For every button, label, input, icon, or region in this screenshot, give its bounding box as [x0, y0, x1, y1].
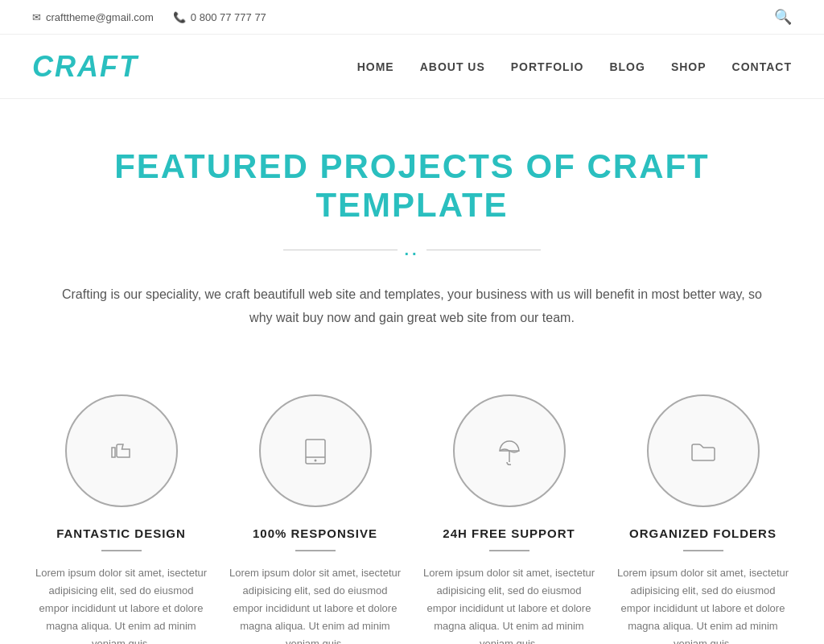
feature-responsive: 100% responsive Lorem ipsum dolor sit am… — [227, 394, 404, 644]
hero-title-pre: FEATURED PROJECTS OF — [114, 147, 587, 185]
hero-section: FEATURED PROJECTS OF CRAFT TEMPLATE .. C… — [0, 99, 824, 362]
email-address: crafttheme@gmail.com — [46, 11, 154, 23]
thumbs-up-icon — [105, 435, 138, 467]
feature-icon-circle-2 — [259, 394, 372, 507]
feature-text-3: Lorem ipsum dolor sit amet, isectetur ad… — [421, 564, 598, 644]
hero-title-brand: CRAFT — [587, 147, 709, 185]
feature-folders: ORGANIZED FOLDERS Lorem ipsum dolor sit … — [615, 394, 792, 644]
header: CRAFT HOME ABOUT US PORTFOLIO BLOG SHOP … — [0, 35, 824, 99]
email-link[interactable]: ✉ crafttheme@gmail.com — [32, 11, 154, 23]
feature-text-4: Lorem ipsum dolor sit amet, isectetur ad… — [615, 564, 792, 644]
phone-number: 0 800 77 777 77 — [191, 11, 266, 23]
umbrella-icon — [493, 435, 525, 467]
feature-title-3: 24h FREE SUPPORT — [421, 526, 598, 540]
divider-dots: .. — [398, 241, 426, 259]
feature-icon-circle-3 — [453, 394, 566, 507]
feature-divider-1 — [101, 550, 142, 551]
search-icon: 🔍 — [774, 9, 792, 25]
tablet-icon — [299, 435, 332, 467]
feature-text-2: Lorem ipsum dolor sit amet, isectetur ad… — [227, 564, 404, 644]
feature-title-4: ORGANIZED FOLDERS — [615, 526, 792, 540]
logo-text: CRAFT — [32, 50, 138, 83]
topbar: ✉ crafttheme@gmail.com 📞 0 800 77 777 77… — [0, 0, 824, 35]
feature-divider-4 — [683, 550, 723, 551]
nav-about[interactable]: ABOUT US — [420, 38, 485, 96]
main-nav: HOME ABOUT US PORTFOLIO BLOG SHOP CONTAC… — [357, 38, 792, 96]
svg-point-1 — [314, 459, 316, 461]
email-icon: ✉ — [32, 11, 41, 23]
feature-icon-circle-1 — [65, 394, 178, 507]
phone-link[interactable]: 📞 0 800 77 777 77 — [173, 11, 266, 23]
feature-title-1: FANTASTIC DESIGN — [33, 526, 210, 540]
feature-fantastic-design: FANTASTIC DESIGN Lorem ipsum dolor sit a… — [33, 394, 210, 644]
hero-title-post: TEMPLATE — [315, 186, 508, 224]
nav-home[interactable]: HOME — [357, 38, 394, 96]
feature-support: 24h FREE SUPPORT Lorem ipsum dolor sit a… — [421, 394, 598, 644]
nav-contact[interactable]: CONTACT — [732, 38, 792, 96]
nav-portfolio[interactable]: PORTFOLIO — [511, 38, 584, 96]
nav-blog[interactable]: BLOG — [609, 38, 645, 96]
hero-title: FEATURED PROJECTS OF CRAFT TEMPLATE — [32, 147, 792, 225]
phone-icon: 📞 — [173, 11, 186, 23]
topbar-contact-info: ✉ crafttheme@gmail.com 📞 0 800 77 777 77 — [32, 11, 266, 23]
feature-divider-3 — [489, 550, 529, 551]
search-button[interactable]: 🔍 — [774, 8, 792, 26]
section-divider: .. — [283, 241, 541, 259]
feature-text-1: Lorem ipsum dolor sit amet, isectetur ad… — [33, 564, 210, 644]
divider-line-left — [283, 250, 398, 250]
divider-line-right — [426, 250, 541, 250]
feature-divider-2 — [295, 550, 336, 551]
hero-description: Crafting is our speciality, we craft bea… — [50, 283, 774, 330]
feature-icon-circle-4 — [647, 394, 760, 507]
nav-shop[interactable]: SHOP — [671, 38, 707, 96]
topbar-actions: 🔍 — [774, 8, 792, 26]
folder-icon — [687, 435, 719, 467]
logo[interactable]: CRAFT — [32, 50, 138, 84]
features-section: FANTASTIC DESIGN Lorem ipsum dolor sit a… — [0, 362, 824, 644]
feature-title-2: 100% responsive — [227, 526, 404, 540]
